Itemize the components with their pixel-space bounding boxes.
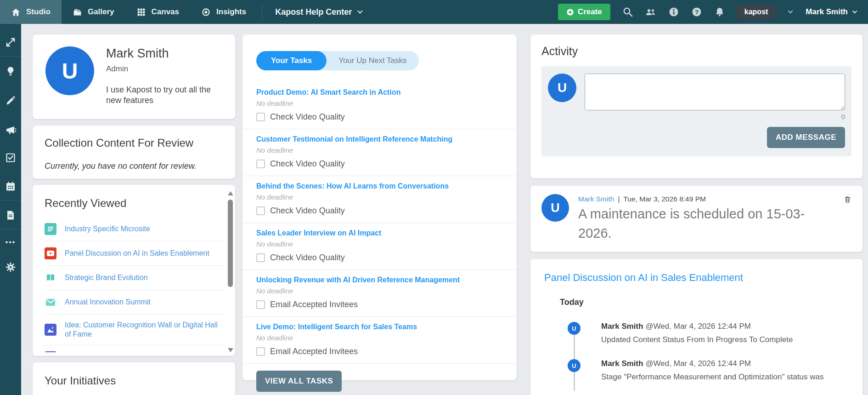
task-title-link[interactable]: Customer Testimonial on Intelligent Refe… xyxy=(256,135,503,143)
nav-tab-label: Studio xyxy=(26,7,51,17)
eye-icon xyxy=(201,7,211,17)
review-empty-text: Currently, you have no content for revie… xyxy=(45,161,223,171)
list-item[interactable]: Idea: Annual Innovation Summit xyxy=(45,345,223,352)
profile-bio: I use Kapost to try out all the new feat… xyxy=(106,85,215,106)
task-checkbox[interactable] xyxy=(256,300,265,309)
task-action-label: Check Video Quality xyxy=(270,206,345,216)
workspace-label: Kapost Help Center xyxy=(275,7,352,17)
list-item[interactable]: Strategic Brand Evolution xyxy=(45,265,223,290)
task-checkbox[interactable] xyxy=(256,347,265,356)
pencil-icon[interactable] xyxy=(5,95,16,106)
task-deadline: No deadline xyxy=(256,287,503,295)
recently-viewed-card: Recently Viewed Industry Specific Micros… xyxy=(33,185,235,356)
nav-tab-studio[interactable]: Studio xyxy=(0,0,62,24)
content-review-card: Collection Content For Review Currently,… xyxy=(33,126,235,179)
event-author: Mark Smith xyxy=(601,322,643,331)
main-content: U Mark Smith Admin I use Kapost to try o… xyxy=(21,24,868,395)
expand-icon[interactable] xyxy=(5,37,16,48)
nav-tab-insights[interactable]: Insights xyxy=(190,0,257,24)
megaphone-icon[interactable] xyxy=(5,125,16,136)
avatar: U xyxy=(541,194,569,222)
scrollbar-thumb[interactable] xyxy=(228,200,233,287)
nav-tab-canvas[interactable]: Canvas xyxy=(125,0,190,24)
task-checkbox[interactable] xyxy=(256,160,265,168)
timeline-event: U Mark Smith @Wed, Mar 4, 2026 12:44 PM … xyxy=(544,322,849,344)
list-item[interactable]: Annual Innovation Summit xyxy=(45,290,223,314)
people-icon[interactable] xyxy=(645,6,656,17)
task-action-label: Check Video Quality xyxy=(270,159,345,169)
task-title-link[interactable]: Unlocking Revenue with AI Driven Referen… xyxy=(256,276,503,284)
list-item[interactable]: Idea: Customer Recognition Wall or Digit… xyxy=(45,314,223,345)
avatar: U xyxy=(548,74,576,102)
task-row: Behind the Scenes: How AI Learns from Co… xyxy=(242,176,517,223)
content-timeline-card: Panel Discussion on AI in Sales Enableme… xyxy=(530,259,862,395)
document-lines-icon xyxy=(45,223,56,235)
message-author-link[interactable]: Mark Smith xyxy=(578,195,614,203)
document-icon[interactable] xyxy=(5,210,16,221)
list-item[interactable]: Panel Discussion on AI in Sales Enableme… xyxy=(45,241,223,265)
task-deadline: No deadline xyxy=(256,99,503,107)
view-all-tasks-button[interactable]: VIEW ALL TASKS xyxy=(256,371,342,392)
video-icon xyxy=(45,247,56,259)
content-title-link[interactable]: Panel Discussion on AI in Sales Enableme… xyxy=(544,272,849,284)
card-title: Collection Content For Review xyxy=(45,137,223,149)
event-description: Stage "Performance Measurement and Optim… xyxy=(601,372,824,382)
image-icon xyxy=(45,351,56,352)
initiatives-card: Your Initiatives xyxy=(33,362,235,395)
user-name: Mark Smith xyxy=(806,7,848,17)
icon-sidebar: ••• xyxy=(0,24,21,395)
book-icon xyxy=(45,272,56,284)
info-icon[interactable] xyxy=(668,6,679,17)
top-nav: Studio Gallery Canvas Insights Kapost He… xyxy=(0,0,868,24)
profile-card: U Mark Smith Admin I use Kapost to try o… xyxy=(33,34,235,119)
task-title-link[interactable]: Behind the Scenes: How AI Learns from Co… xyxy=(256,182,503,190)
bell-icon[interactable] xyxy=(714,6,725,17)
task-checkbox[interactable] xyxy=(256,113,265,121)
task-deadline: No deadline xyxy=(256,334,503,342)
list-item[interactable]: Industry Specific Microsite xyxy=(45,217,223,241)
task-checkbox[interactable] xyxy=(256,253,265,262)
grid-icon xyxy=(136,7,146,17)
lightbulb-icon[interactable] xyxy=(5,66,16,77)
sidebar-divider xyxy=(0,200,21,200)
workspace-selector[interactable]: Kapost Help Center xyxy=(267,0,372,24)
profile-role: Admin xyxy=(106,64,215,74)
char-count: 0 xyxy=(548,113,845,120)
task-checkbox[interactable] xyxy=(256,206,265,215)
help-icon[interactable]: ? xyxy=(691,6,702,17)
scroll-down-arrow[interactable] xyxy=(228,348,233,352)
task-deadline: No deadline xyxy=(256,146,503,154)
calendar-icon[interactable] xyxy=(5,181,16,192)
timeline-group-label: Today xyxy=(560,298,849,307)
search-icon[interactable] xyxy=(622,6,633,17)
sidebar-divider xyxy=(0,56,21,57)
tab-your-tasks[interactable]: Your Tasks xyxy=(256,51,327,70)
avatar: U xyxy=(568,359,581,372)
task-row: Product Demo: AI Smart Search in Action … xyxy=(242,82,517,129)
task-action-label: Check Video Quality xyxy=(270,112,345,122)
separator: | xyxy=(618,195,620,203)
scroll-up-arrow[interactable] xyxy=(228,191,233,195)
message-input[interactable] xyxy=(585,74,845,110)
task-title-link[interactable]: Sales Leader Interview on AI Impact xyxy=(256,229,503,237)
chevron-down-icon[interactable] xyxy=(787,9,794,15)
nav-right-actions: Create ? kapost Mark Smith xyxy=(558,0,868,24)
tab-up-next-tasks[interactable]: Your Up Next Tasks xyxy=(327,51,418,70)
ellipsis-icon[interactable]: ••• xyxy=(6,237,16,248)
gear-icon[interactable] xyxy=(5,262,16,273)
create-button[interactable]: Create xyxy=(558,4,610,20)
task-row: Live Demo: Intelligent Search for Sales … xyxy=(242,317,517,364)
task-title-link[interactable]: Live Demo: Intelligent Search for Sales … xyxy=(256,323,503,331)
task-title-link[interactable]: Product Demo: AI Smart Search in Action xyxy=(256,88,503,97)
timeline: U Mark Smith @Wed, Mar 4, 2026 12:44 PM … xyxy=(544,322,849,382)
nav-tab-gallery[interactable]: Gallery xyxy=(62,0,125,24)
trash-icon[interactable] xyxy=(844,195,851,203)
account-switcher[interactable]: kapost xyxy=(737,5,776,19)
check-square-icon[interactable] xyxy=(5,152,16,163)
user-menu[interactable]: Mark Smith xyxy=(806,7,858,17)
add-message-button[interactable]: ADD MESSAGE xyxy=(767,127,845,148)
scrollbar xyxy=(227,191,233,352)
timeline-event: U Mark Smith @Wed, Mar 4, 2026 12:44 PM … xyxy=(544,359,849,382)
message-composer: U 0 ADD MESSAGE xyxy=(541,66,851,156)
event-author: Mark Smith xyxy=(601,359,643,368)
